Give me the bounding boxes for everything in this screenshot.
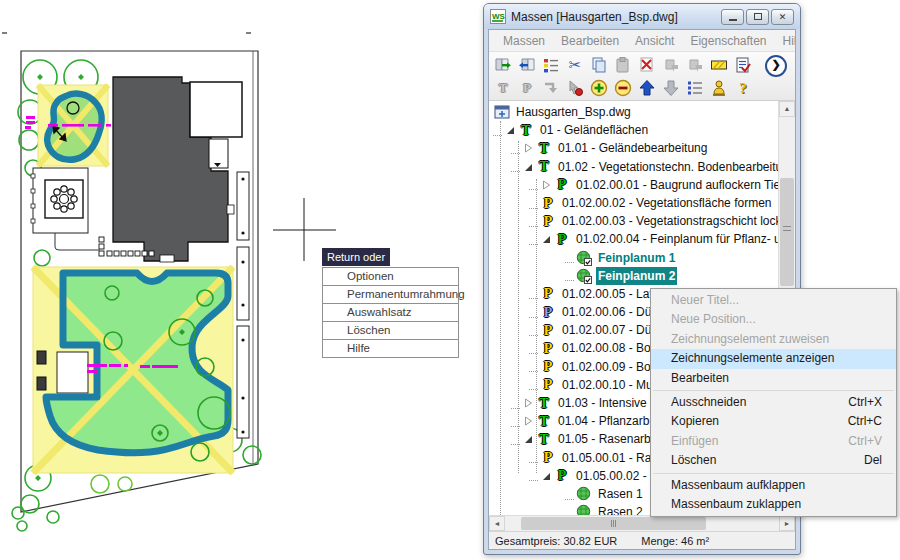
open-import-icon[interactable] [515,54,539,75]
tree-connector [529,325,538,336]
copy-icon[interactable] [587,54,611,75]
sort-list-icon[interactable] [683,77,707,98]
expand-icon[interactable] [521,414,535,428]
context-menu-item-zeichnungselement-zuweisen: Zeichnungselement zuweisen [651,330,896,349]
context-menu-item-massenbaum-zuklappen[interactable]: Massenbaum zuklappen [651,495,896,514]
tree-item-01-02-00-01-baugrund-auflockern-tiefe-60[interactable]: P01.02.00.01 - Baugrund auflockern Tiefe… [489,176,779,194]
highlight-area-icon[interactable] [707,54,731,75]
vertical-scroll-thumb[interactable] [780,178,794,286]
tree-connector [529,234,538,245]
open-export-icon[interactable] [491,54,515,75]
scroll-right-icon[interactable]: ► [779,516,795,531]
copy-disabled-icon[interactable] [683,54,707,75]
tree-item-01-02-vegetationstechn-bodenbearbeitung[interactable]: T01.02 - Vegetationstechn. Bodenbearbeit… [489,158,779,176]
app-logo-icon: WS [490,9,506,24]
tree-item-label: 01.02.00.02 - Vegetationsfläche formen [560,194,773,212]
menu-massen[interactable]: Massen [495,34,553,48]
prompt-item-optionen[interactable]: Optionen [323,268,458,286]
delete-icon[interactable] [635,54,659,75]
maximize-button[interactable] [746,9,769,25]
context-menu-item-label: Massenbaum zuklappen [671,495,801,514]
tree-item-hausgarten-bsp-dwg[interactable]: Hausgarten_Bsp.dwg [489,103,779,121]
context-menu-shortcut: Ctrl+V [848,432,882,451]
tree-connector [511,143,520,154]
tree-item-label: Feinplanum 1 [596,249,677,267]
context-menu-item-ausschneiden[interactable]: AusschneidenCtrl+X [651,393,896,412]
tree-item-label: 01.02.00.06 - Dü [560,303,653,321]
list-properties-icon[interactable] [539,54,563,75]
collapse-icon[interactable] [521,432,535,446]
new-title-icon[interactable]: T [491,77,515,98]
check-list-icon[interactable] [731,54,755,75]
minimize-button[interactable] [721,9,744,25]
stamp-icon[interactable] [707,77,731,98]
prompt-header: Return oder [322,248,390,266]
expand-icon[interactable] [539,178,553,192]
assign-element-icon[interactable] [539,77,563,98]
tree-item-01-02-00-02-vegetationsfläche-formen[interactable]: P01.02.00.02 - Vegetationsfläche formen [489,194,779,212]
tree-item-feinplanum-1[interactable]: Feinplanum 1 [489,249,779,267]
tree-connector [565,489,574,500]
add-icon[interactable] [587,77,611,98]
tree-connector [511,161,520,172]
expand-icon[interactable] [521,396,535,410]
context-menu-item-kopieren[interactable]: KopierenCtrl+C [651,412,896,431]
menu-hilfe[interactable]: Hilfe [775,34,797,48]
tree-item-label: 01.01 - Geländebearbeitung [556,139,709,157]
tree-connector [529,379,538,390]
titlebar[interactable]: WS Massen [Hausgarten_Bsp.dwg] ✕ [484,4,800,29]
prompt-item-löschen[interactable]: Löschen [323,322,458,340]
select-element-icon[interactable] [563,77,587,98]
tree-connector [529,343,538,354]
expand-icon[interactable] [521,141,535,155]
horizontal-scroll-thumb[interactable] [521,517,706,530]
cut-icon[interactable]: ✂ [563,54,587,75]
move-disabled-icon[interactable] [659,54,683,75]
remove-icon[interactable] [611,77,635,98]
menu-ansicht[interactable]: Ansicht [627,34,682,48]
tree-item-label: 01.02.00.08 - Bo [560,339,653,357]
close-button[interactable]: ✕ [771,9,794,25]
move-up-icon[interactable] [635,77,659,98]
tree-item-feinplanum-2[interactable]: Feinplanum 2 [489,267,779,285]
position-icon: P [539,359,557,375]
menu-eigenschaften[interactable]: Eigenschaften [682,34,774,48]
context-menu-item-bearbeiten[interactable]: Bearbeiten [651,369,896,388]
collapse-icon[interactable] [539,469,553,483]
context-menu-item-zeichnungselemente-anzeigen[interactable]: Zeichnungselemente anzeigen [651,349,896,368]
horizontal-scrollbar[interactable]: ◄ ► [489,515,795,531]
context-menu-item-löschen[interactable]: LöschenDel [651,451,896,470]
tree-item-01-geländeflächen[interactable]: T01 - Geländeflächen [489,121,779,139]
menu-bearbeiten[interactable]: Bearbeiten [553,34,627,48]
prompt-item-auswahlsatz[interactable]: Auswahlsatz [323,304,458,322]
title-icon: T [517,122,535,138]
context-menu-item-massenbaum-aufklappen[interactable]: Massenbaum aufklappen [651,476,896,495]
help-icon[interactable]: ? [731,77,755,98]
paste-icon[interactable] [611,54,635,75]
position-icon: P [553,231,571,247]
collapse-icon[interactable] [521,160,535,174]
tree-connector [529,307,538,318]
tree-item-01-02-00-04-feinplanum-für-pflanz-und-r[interactable]: P01.02.00.04 - Feinplanum für Pflanz- un… [489,230,779,248]
title-icon: T [535,413,553,429]
context-menu-item-label: Ausschneiden [671,393,746,412]
scroll-up-icon[interactable]: ▲ [779,101,795,117]
prompt-item-permanentumrahmung[interactable]: Permanentumrahmung [323,286,458,304]
context-menu-separator [653,473,894,474]
tree-connector [511,398,520,409]
position-icon: P [553,468,571,484]
title-icon: T [535,140,553,156]
tree-connector [529,361,538,372]
collapse-icon[interactable] [503,123,517,137]
prompt-item-hilfe[interactable]: Hilfe [323,340,458,357]
tree-connector [565,507,574,515]
collapse-icon[interactable] [539,232,553,246]
scroll-left-icon[interactable]: ◄ [489,516,505,531]
move-down-icon[interactable] [659,77,683,98]
new-position-icon[interactable]: P [515,77,539,98]
tree-connector [529,198,538,209]
tree-item-01-02-00-03-vegetationstragschicht-locker[interactable]: P01.02.00.03 - Vegetationstragschicht lo… [489,212,779,230]
context-menu-item-label: Einfügen [671,432,718,451]
tree-item-01-01-geländebearbeitung[interactable]: T01.01 - Geländebearbeitung [489,139,779,157]
toolbar-expand-button[interactable]: ❯ [765,55,787,77]
